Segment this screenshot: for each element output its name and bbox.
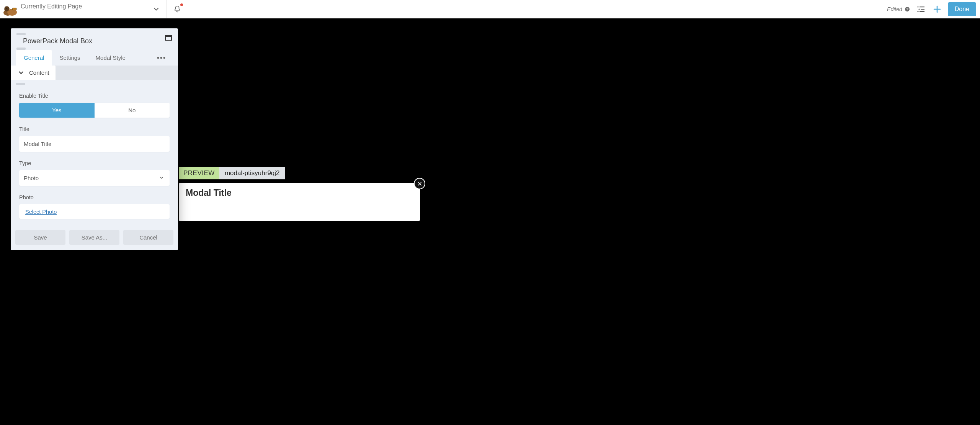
svg-rect-14 [921, 9, 924, 10]
panel-title: PowerPack Modal Box [16, 37, 92, 45]
cancel-button[interactable]: Cancel [123, 230, 173, 245]
add-content-button[interactable] [932, 4, 942, 15]
top-toolbar: Currently Editing Page Edited ? [0, 0, 980, 18]
panel-footer: Save Save As... Cancel [11, 226, 178, 250]
svg-rect-16 [920, 11, 924, 12]
toolbar-right: Edited ? Done [887, 0, 980, 18]
subtab-content-label: Content [29, 69, 49, 76]
svg-point-15 [917, 11, 918, 12]
field-enable-title: Enable Title Yes No [11, 86, 178, 119]
preview-id: modal-ptisyuhr9qj2 [219, 167, 285, 179]
section-drag-handle[interactable] [16, 83, 25, 85]
notifications-button[interactable] [172, 4, 183, 15]
preview-modal-title: Modal Title [179, 183, 420, 203]
panel-drag-handle[interactable] [16, 33, 26, 35]
enable-title-no[interactable]: No [95, 103, 170, 118]
field-enable-title-label: Enable Title [19, 90, 170, 103]
field-title-label: Title [19, 123, 170, 136]
chevron-down-icon [17, 70, 25, 76]
toolbar-left: Currently Editing Page [0, 0, 167, 18]
preview-chip: PREVIEW [179, 167, 219, 179]
field-photo-label: Photo [19, 191, 170, 204]
plus-icon [933, 5, 942, 14]
enable-title-toggle: Yes No [19, 103, 170, 118]
tab-modal-style[interactable]: Modal Style [88, 50, 133, 66]
settings-panel: PowerPack Modal Box General Settings Mod… [11, 28, 178, 250]
outline-button[interactable] [916, 4, 926, 15]
field-type-label: Type [19, 157, 170, 170]
outline-icon [916, 5, 926, 14]
more-icon [157, 56, 166, 59]
panel-header: PowerPack Modal Box General Settings Mod… [11, 28, 178, 66]
svg-point-17 [157, 57, 159, 59]
select-photo-link[interactable]: Select Photo [19, 204, 170, 219]
enable-title-yes[interactable]: Yes [19, 103, 95, 118]
field-type: Type Photo [11, 153, 178, 187]
tab-settings[interactable]: Settings [52, 50, 88, 66]
page-dropdown-button[interactable] [151, 4, 162, 15]
notification-dot [180, 3, 183, 6]
field-photo: Photo Select Photo [11, 187, 178, 220]
title-input[interactable] [19, 136, 170, 152]
save-button[interactable]: Save [15, 230, 65, 245]
preview-label: PREVIEW modal-ptisyuhr9qj2 [179, 167, 285, 179]
close-icon [417, 181, 422, 186]
toolbar-middle [167, 0, 183, 18]
svg-point-11 [917, 6, 918, 7]
save-as-button[interactable]: Save As... [69, 230, 119, 245]
viewport: Currently Editing Page Edited ? [0, 0, 598, 260]
subtab-content[interactable]: Content [11, 66, 56, 80]
edited-status-label: Edited [887, 6, 902, 12]
panel-tabs: General Settings Modal Style [16, 50, 173, 66]
type-select[interactable]: Photo [19, 170, 170, 186]
bell-icon [173, 5, 181, 13]
preview-modal[interactable]: Modal Title [179, 183, 420, 221]
svg-rect-12 [920, 7, 924, 7]
tab-more-button[interactable] [157, 50, 173, 66]
panel-body[interactable]: Enable Title Yes No Title Type Photo [11, 80, 178, 226]
preview-modal-body [179, 203, 420, 221]
svg-point-8 [6, 7, 7, 8]
app-logo [3, 2, 17, 16]
done-button[interactable]: Done [948, 2, 976, 16]
panel-body-spacer [11, 220, 178, 226]
help-icon[interactable]: ? [904, 6, 910, 12]
svg-text:?: ? [906, 7, 908, 11]
tab-general[interactable]: General [16, 50, 52, 66]
panel-title-row: PowerPack Modal Box [16, 37, 173, 45]
panel-resize-button[interactable] [165, 35, 172, 41]
preview-close-button[interactable] [414, 178, 425, 189]
panel-subtabs: Content [11, 66, 178, 80]
chevron-down-icon [152, 5, 160, 13]
field-title: Title [11, 119, 178, 153]
edited-status: Edited ? [887, 6, 910, 12]
preview-wrapper: PREVIEW modal-ptisyuhr9qj2 Modal Title [179, 167, 420, 221]
svg-point-13 [918, 8, 920, 10]
type-select-wrap: Photo [19, 170, 170, 186]
svg-point-19 [163, 57, 165, 59]
page-title: Currently Editing Page [21, 3, 147, 10]
svg-point-18 [160, 57, 162, 59]
